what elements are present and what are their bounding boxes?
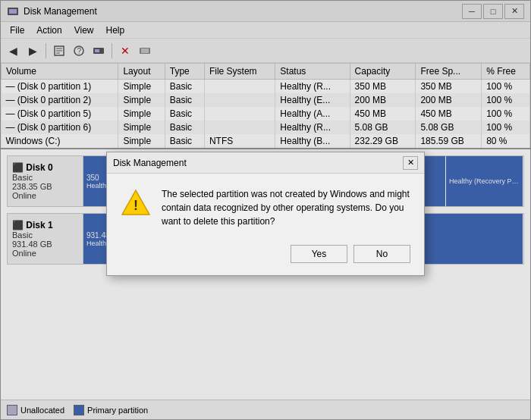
yes-button[interactable]: Yes	[291, 245, 347, 263]
dialog-close-button[interactable]: ✕	[403, 156, 418, 170]
svg-text:!: !	[134, 198, 138, 213]
warning-icon: !	[121, 187, 151, 218]
dialog-title: Disk Management	[113, 158, 403, 168]
dialog-overlay: Disk Management ✕ ! The selected partiti…	[0, 0, 531, 420]
no-button[interactable]: No	[353, 245, 410, 263]
dialog-title-bar: Disk Management ✕	[107, 152, 424, 174]
dialog-body: ! The selected partition was not created…	[107, 174, 424, 239]
dialog-buttons: Yes No	[107, 239, 424, 275]
dialog-message: The selected partition was not created b…	[162, 187, 410, 228]
dialog: Disk Management ✕ ! The selected partiti…	[106, 152, 425, 276]
